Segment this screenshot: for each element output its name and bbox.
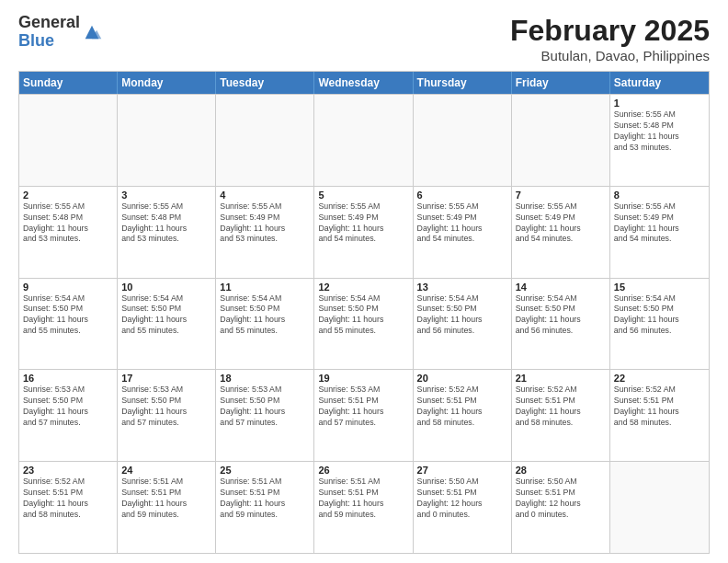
day-info: Sunrise: 5:55 AM Sunset: 5:49 PM Dayligh… — [516, 201, 606, 246]
calendar-cell: 21Sunrise: 5:52 AM Sunset: 5:51 PM Dayli… — [512, 370, 610, 461]
calendar-cell: 4Sunrise: 5:55 AM Sunset: 5:49 PM Daylig… — [216, 187, 314, 278]
calendar-cell: 14Sunrise: 5:54 AM Sunset: 5:50 PM Dayli… — [512, 279, 610, 370]
calendar-body: 1Sunrise: 5:55 AM Sunset: 5:48 PM Daylig… — [19, 94, 709, 553]
day-info: Sunrise: 5:54 AM Sunset: 5:50 PM Dayligh… — [220, 293, 310, 338]
calendar-cell: 22Sunrise: 5:52 AM Sunset: 5:51 PM Dayli… — [610, 370, 709, 461]
calendar-cell: 2Sunrise: 5:55 AM Sunset: 5:48 PM Daylig… — [19, 187, 118, 278]
day-info: Sunrise: 5:50 AM Sunset: 5:51 PM Dayligh… — [417, 477, 507, 521]
calendar-cell: 17Sunrise: 5:53 AM Sunset: 5:50 PM Dayli… — [118, 370, 216, 461]
day-number: 22 — [614, 373, 705, 384]
calendar-title: February 2025 — [510, 14, 710, 48]
day-info: Sunrise: 5:51 AM Sunset: 5:51 PM Dayligh… — [121, 477, 211, 521]
day-info: Sunrise: 5:54 AM Sunset: 5:50 PM Dayligh… — [516, 293, 606, 338]
calendar-cell: 26Sunrise: 5:51 AM Sunset: 5:51 PM Dayli… — [314, 462, 413, 553]
calendar-cell: 11Sunrise: 5:54 AM Sunset: 5:50 PM Dayli… — [216, 279, 314, 370]
header-cell-saturday: Saturday — [610, 72, 709, 94]
day-number: 7 — [516, 190, 606, 201]
calendar-cell: 8Sunrise: 5:55 AM Sunset: 5:49 PM Daylig… — [610, 187, 709, 278]
day-number: 26 — [318, 465, 408, 476]
day-number: 17 — [121, 373, 211, 384]
day-number: 8 — [614, 190, 705, 201]
day-number: 19 — [318, 373, 408, 384]
day-number: 28 — [516, 465, 606, 476]
header-cell-thursday: Thursday — [414, 72, 512, 94]
logo-text: General Blue — [18, 14, 80, 51]
day-number: 25 — [220, 465, 310, 476]
calendar-cell: 28Sunrise: 5:50 AM Sunset: 5:51 PM Dayli… — [512, 462, 610, 553]
day-number: 15 — [614, 282, 705, 293]
day-number: 23 — [23, 465, 113, 476]
day-number: 13 — [417, 282, 507, 293]
logo-icon — [82, 22, 102, 42]
calendar-cell — [314, 95, 413, 186]
calendar-row-0: 1Sunrise: 5:55 AM Sunset: 5:48 PM Daylig… — [19, 94, 709, 186]
day-info: Sunrise: 5:52 AM Sunset: 5:51 PM Dayligh… — [516, 385, 606, 429]
title-block: February 2025 Butulan, Davao, Philippine… — [510, 14, 710, 63]
calendar-cell — [19, 95, 118, 186]
day-info: Sunrise: 5:50 AM Sunset: 5:51 PM Dayligh… — [516, 477, 606, 521]
calendar-cell: 19Sunrise: 5:53 AM Sunset: 5:51 PM Dayli… — [314, 370, 413, 461]
header-cell-friday: Friday — [512, 72, 610, 94]
day-info: Sunrise: 5:55 AM Sunset: 5:48 PM Dayligh… — [614, 109, 705, 154]
calendar-cell: 25Sunrise: 5:51 AM Sunset: 5:51 PM Dayli… — [216, 462, 314, 553]
logo-blue: Blue — [18, 32, 80, 51]
calendar-cell: 24Sunrise: 5:51 AM Sunset: 5:51 PM Dayli… — [118, 462, 216, 553]
day-number: 16 — [23, 373, 113, 384]
header-cell-sunday: Sunday — [19, 72, 118, 94]
calendar-header-row: SundayMondayTuesdayWednesdayThursdayFrid… — [19, 72, 709, 94]
day-info: Sunrise: 5:51 AM Sunset: 5:51 PM Dayligh… — [318, 477, 408, 521]
day-number: 10 — [121, 282, 211, 293]
header-cell-wednesday: Wednesday — [314, 72, 413, 94]
calendar-subtitle: Butulan, Davao, Philippines — [510, 48, 710, 63]
calendar-cell: 27Sunrise: 5:50 AM Sunset: 5:51 PM Dayli… — [414, 462, 512, 553]
day-number: 12 — [318, 282, 408, 293]
day-number: 6 — [417, 190, 507, 201]
header: General Blue February 2025 Butulan, Dava… — [18, 14, 710, 63]
day-info: Sunrise: 5:55 AM Sunset: 5:49 PM Dayligh… — [318, 201, 408, 246]
day-number: 21 — [516, 373, 606, 384]
day-info: Sunrise: 5:53 AM Sunset: 5:51 PM Dayligh… — [318, 385, 408, 429]
calendar-row-2: 9Sunrise: 5:54 AM Sunset: 5:50 PM Daylig… — [19, 278, 709, 370]
day-number: 5 — [318, 190, 408, 201]
calendar-cell: 18Sunrise: 5:53 AM Sunset: 5:50 PM Dayli… — [216, 370, 314, 461]
calendar-cell: 1Sunrise: 5:55 AM Sunset: 5:48 PM Daylig… — [610, 95, 709, 186]
day-info: Sunrise: 5:55 AM Sunset: 5:48 PM Dayligh… — [23, 201, 113, 246]
day-info: Sunrise: 5:55 AM Sunset: 5:49 PM Dayligh… — [417, 201, 507, 246]
day-number: 9 — [23, 282, 113, 293]
calendar-cell: 15Sunrise: 5:54 AM Sunset: 5:50 PM Dayli… — [610, 279, 709, 370]
day-number: 14 — [516, 282, 606, 293]
day-number: 11 — [220, 282, 310, 293]
header-cell-monday: Monday — [118, 72, 216, 94]
day-number: 2 — [23, 190, 113, 201]
day-info: Sunrise: 5:55 AM Sunset: 5:49 PM Dayligh… — [614, 201, 705, 246]
day-info: Sunrise: 5:54 AM Sunset: 5:50 PM Dayligh… — [318, 293, 408, 338]
day-number: 1 — [614, 98, 705, 109]
calendar-cell: 5Sunrise: 5:55 AM Sunset: 5:49 PM Daylig… — [314, 187, 413, 278]
calendar-cell: 9Sunrise: 5:54 AM Sunset: 5:50 PM Daylig… — [19, 279, 118, 370]
calendar-cell: 3Sunrise: 5:55 AM Sunset: 5:48 PM Daylig… — [118, 187, 216, 278]
calendar-cell: 16Sunrise: 5:53 AM Sunset: 5:50 PM Dayli… — [19, 370, 118, 461]
day-info: Sunrise: 5:55 AM Sunset: 5:49 PM Dayligh… — [220, 201, 310, 246]
header-cell-tuesday: Tuesday — [216, 72, 314, 94]
day-number: 18 — [220, 373, 310, 384]
day-number: 20 — [417, 373, 507, 384]
calendar-row-3: 16Sunrise: 5:53 AM Sunset: 5:50 PM Dayli… — [19, 369, 709, 461]
calendar-row-1: 2Sunrise: 5:55 AM Sunset: 5:48 PM Daylig… — [19, 186, 709, 278]
day-number: 27 — [417, 465, 507, 476]
day-number: 3 — [121, 190, 211, 201]
calendar-cell — [414, 95, 512, 186]
day-number: 24 — [121, 465, 211, 476]
day-info: Sunrise: 5:54 AM Sunset: 5:50 PM Dayligh… — [614, 293, 705, 338]
calendar-cell: 7Sunrise: 5:55 AM Sunset: 5:49 PM Daylig… — [512, 187, 610, 278]
day-info: Sunrise: 5:53 AM Sunset: 5:50 PM Dayligh… — [220, 385, 310, 429]
day-info: Sunrise: 5:54 AM Sunset: 5:50 PM Dayligh… — [417, 293, 507, 338]
day-info: Sunrise: 5:51 AM Sunset: 5:51 PM Dayligh… — [220, 477, 310, 521]
day-info: Sunrise: 5:53 AM Sunset: 5:50 PM Dayligh… — [121, 385, 211, 429]
day-info: Sunrise: 5:52 AM Sunset: 5:51 PM Dayligh… — [614, 385, 705, 429]
day-number: 4 — [220, 190, 310, 201]
calendar-cell: 6Sunrise: 5:55 AM Sunset: 5:49 PM Daylig… — [414, 187, 512, 278]
calendar: SundayMondayTuesdayWednesdayThursdayFrid… — [18, 71, 710, 554]
calendar-cell: 13Sunrise: 5:54 AM Sunset: 5:50 PM Dayli… — [414, 279, 512, 370]
page: General Blue February 2025 Butulan, Dava… — [0, 0, 728, 563]
calendar-cell: 12Sunrise: 5:54 AM Sunset: 5:50 PM Dayli… — [314, 279, 413, 370]
